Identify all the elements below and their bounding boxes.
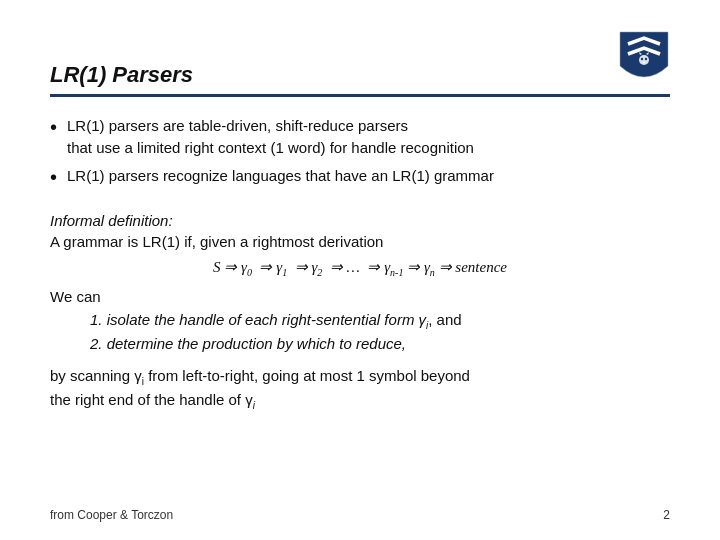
bullet-dot-2: •: [50, 163, 57, 192]
bullet-item-1: • LR(1) parsers are table-driven, shift-…: [50, 115, 670, 159]
svg-point-2: [645, 58, 647, 60]
informal-definition-label: Informal definition:: [50, 212, 670, 229]
slide-footer: from Cooper & Torczon 2: [50, 508, 670, 522]
bullet-dot-1: •: [50, 113, 57, 142]
bullet-item-2: • LR(1) parsers recognize languages that…: [50, 165, 670, 192]
bullet-list: • LR(1) parsers are table-driven, shift-…: [50, 115, 670, 192]
scanning-text: by scanning γi from left-to-right, going…: [50, 365, 670, 413]
slide-title: LR(1) Parsers: [50, 62, 193, 88]
derivation-line: S ⇒ γ0 ⇒ γ1 ⇒ γ2 ⇒ … ⇒ γn-1 ⇒ γn ⇒ sente…: [50, 258, 670, 278]
slide-header: LR(1) Parsers: [50, 30, 670, 97]
numbered-list: 1. isolate the handle of each right-sent…: [90, 309, 670, 356]
slide: LR(1) Parsers • LR(1) parsers are table-…: [0, 0, 720, 540]
bullet-text-1: LR(1) parsers are table-driven, shift-re…: [67, 115, 670, 159]
footer-source: from Cooper & Torczon: [50, 508, 173, 522]
footer-page: 2: [663, 508, 670, 522]
bullet-text-2: LR(1) parsers recognize languages that h…: [67, 165, 670, 187]
numbered-item-1: 1. isolate the handle of each right-sent…: [90, 309, 670, 333]
university-shield-icon: [618, 30, 670, 88]
we-can-text: We can: [50, 288, 670, 305]
grammar-intro: A grammar is LR(1) if, given a rightmost…: [50, 233, 670, 250]
svg-point-0: [639, 55, 649, 65]
numbered-item-2: 2. determine the production by which to …: [90, 333, 670, 356]
svg-point-1: [641, 58, 643, 60]
derivation-formula: S ⇒ γ0 ⇒ γ1 ⇒ γ2 ⇒ … ⇒ γn-1 ⇒ γn ⇒ sente…: [213, 259, 507, 275]
